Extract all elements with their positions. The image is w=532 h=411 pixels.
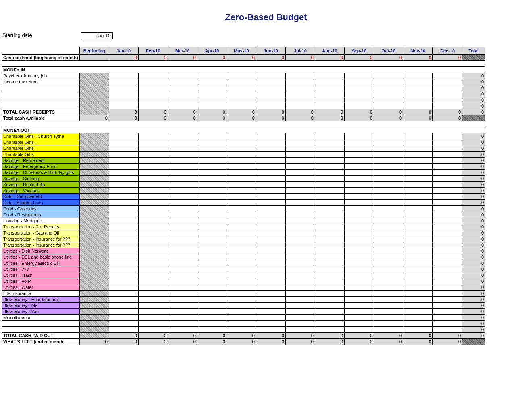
cell[interactable] [256,272,285,278]
cell[interactable] [374,139,403,145]
cell[interactable] [197,327,227,333]
cell[interactable] [256,152,285,158]
cell[interactable] [168,248,197,254]
cell[interactable] [197,303,227,309]
cell[interactable] [315,133,344,139]
cell[interactable] [227,164,256,170]
cell[interactable] [374,194,403,200]
cell[interactable] [315,260,344,266]
cell[interactable] [403,272,433,278]
cell[interactable] [403,260,433,266]
cell[interactable] [168,145,197,152]
cell[interactable] [315,73,344,79]
cell[interactable] [285,291,315,297]
cell[interactable]: 0 [374,55,403,61]
cell[interactable] [403,158,433,164]
cell[interactable] [315,266,344,272]
cell[interactable] [285,260,315,266]
cell[interactable] [315,85,344,91]
cell[interactable] [285,152,315,158]
cell[interactable] [197,79,227,85]
cell[interactable] [138,212,168,218]
cell[interactable] [285,194,315,200]
cell[interactable] [285,278,315,284]
cell[interactable] [227,266,256,272]
cell[interactable] [433,97,462,103]
cell[interactable] [285,73,315,79]
cell[interactable] [285,182,315,188]
cell[interactable] [433,85,462,91]
cell[interactable] [345,79,374,85]
cell[interactable] [168,315,197,321]
cell[interactable] [197,158,227,164]
cell[interactable] [109,103,138,109]
cell[interactable] [109,194,138,200]
cell[interactable] [256,236,285,242]
cell[interactable] [315,170,344,176]
cell[interactable] [374,103,403,109]
cell[interactable] [315,91,344,97]
cell[interactable] [168,266,197,272]
cell[interactable] [197,73,227,79]
cell[interactable] [227,224,256,230]
cell[interactable] [315,278,344,284]
cell[interactable] [345,266,374,272]
cell[interactable] [433,170,462,176]
cell[interactable] [138,297,168,303]
cell[interactable] [227,97,256,103]
cell[interactable] [403,73,433,79]
cell[interactable] [256,321,285,327]
cell[interactable] [138,194,168,200]
cell[interactable] [403,164,433,170]
cell[interactable] [374,182,403,188]
cell[interactable] [227,170,256,176]
cell[interactable] [138,182,168,188]
cell[interactable] [403,176,433,182]
cell[interactable] [197,103,227,109]
cell[interactable] [109,327,138,333]
cell[interactable] [403,327,433,333]
cell[interactable] [197,266,227,272]
cell[interactable] [197,297,227,303]
cell[interactable] [197,188,227,194]
cell[interactable] [256,218,285,224]
cell[interactable] [109,230,138,236]
cell[interactable] [315,242,344,248]
cell[interactable] [197,206,227,212]
cell[interactable] [109,79,138,85]
cell[interactable] [168,85,197,91]
cell[interactable] [138,145,168,152]
cell[interactable] [227,212,256,218]
cell[interactable] [345,206,374,212]
cell[interactable] [374,97,403,103]
cell[interactable] [138,266,168,272]
cell[interactable] [433,91,462,97]
cell[interactable] [109,206,138,212]
cell[interactable] [403,297,433,303]
cell[interactable] [168,182,197,188]
cell[interactable] [168,133,197,139]
cell[interactable] [109,284,138,291]
cell[interactable] [285,79,315,85]
cell[interactable] [138,278,168,284]
cell[interactable] [315,315,344,321]
starting-date-input[interactable]: Jan-10 [81,32,113,39]
cell[interactable] [168,212,197,218]
cell[interactable] [227,254,256,260]
cell[interactable] [345,260,374,266]
cell[interactable] [197,242,227,248]
cell[interactable] [403,303,433,309]
cell[interactable] [315,291,344,297]
cell[interactable] [109,236,138,242]
cell[interactable] [403,284,433,291]
cell[interactable] [285,315,315,321]
cell[interactable] [345,73,374,79]
cell[interactable] [197,309,227,315]
cell[interactable] [345,321,374,327]
cell[interactable] [285,327,315,333]
cell[interactable]: 0 [138,55,168,61]
cell[interactable] [315,272,344,278]
cell[interactable] [109,218,138,224]
cell[interactable] [403,248,433,254]
cell[interactable] [197,236,227,242]
